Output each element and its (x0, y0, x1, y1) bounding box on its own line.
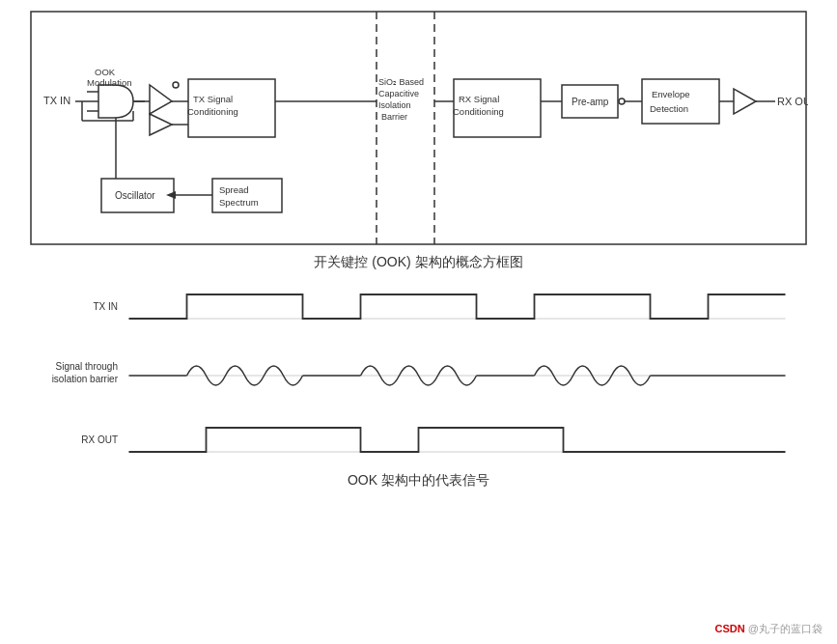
bottom-caption: OOK 架构中的代表信号 (19, 472, 818, 490)
svg-text:Capacitive: Capacitive (378, 89, 419, 98)
watermark: CSDN CSDN @丸子的蓝口袋 @丸子的蓝口袋 (715, 622, 823, 636)
svg-text:Spectrum: Spectrum (219, 197, 259, 208)
rx-out-waveform-row: RX OUT (48, 410, 789, 468)
svg-point-33 (619, 98, 625, 104)
svg-text:Envelope: Envelope (652, 89, 690, 99)
diagram-caption: 开关键控 (OOK) 架构的概念方框图 (19, 254, 818, 271)
svg-text:Pre-amp: Pre-amp (572, 97, 609, 107)
svg-text:SiO₂ Based: SiO₂ Based (378, 77, 424, 87)
page-container: TX IN OOK Modulation (0, 0, 837, 499)
svg-text:Conditioning: Conditioning (187, 106, 238, 117)
svg-point-14 (173, 82, 179, 88)
block-diagram-container: TX IN OOK Modulation (19, 10, 818, 246)
rx-out-waveform-label: RX OUT (48, 434, 126, 445)
block-diagram-svg: TX IN OOK Modulation (29, 10, 808, 246)
svg-text:Conditioning: Conditioning (453, 106, 504, 117)
svg-text:Oscillator: Oscillator (115, 190, 155, 201)
signal-isolation-waveform-row: Signal through isolation barrier (48, 339, 789, 406)
svg-text:Modulation: Modulation (87, 77, 131, 88)
svg-text:RX Signal: RX Signal (459, 94, 499, 104)
svg-text:Spread: Spread (219, 184, 249, 195)
svg-rect-35 (642, 79, 719, 124)
tx-in-label: TX IN (43, 95, 70, 106)
svg-text:Barrier: Barrier (381, 112, 407, 122)
svg-text:OOK: OOK (95, 67, 116, 77)
tx-in-waveform-svg (126, 280, 789, 333)
svg-text:RX OUT: RX OUT (777, 96, 808, 107)
tx-in-waveform-row: TX IN (48, 277, 789, 335)
waveform-section: TX IN Signal through isolation barrier (48, 277, 789, 468)
tx-in-waveform-label: TX IN (48, 301, 126, 312)
signal-isolation-label: Signal through isolation barrier (48, 360, 126, 385)
svg-text:TX Signal: TX Signal (193, 94, 233, 104)
signal-isolation-waveform-svg (126, 339, 789, 406)
svg-text:Isolation: Isolation (378, 100, 411, 110)
rx-out-waveform-svg (126, 413, 789, 466)
svg-text:Detection: Detection (650, 103, 688, 114)
